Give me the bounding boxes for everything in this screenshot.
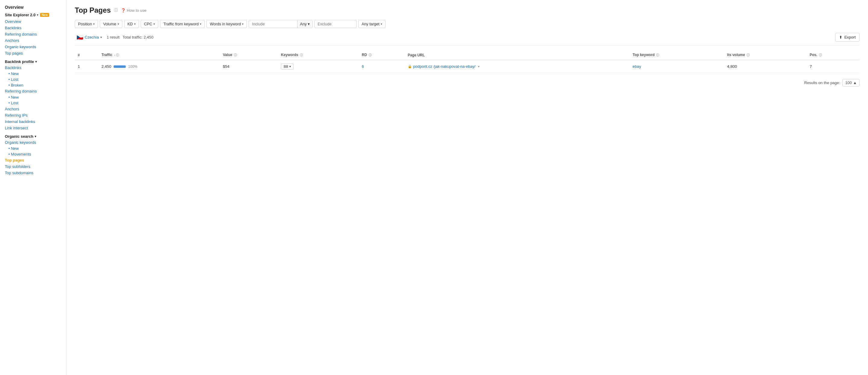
rd-link[interactable]: 6 (362, 64, 364, 69)
country-arrow: ▾ (100, 36, 102, 39)
sidebar-item-bp-new[interactable]: New (5, 71, 66, 76)
organic-search-group: Organic search ▾ Organic keywords New Mo… (5, 133, 66, 176)
col-pos[interactable]: Pos. ⓘ (807, 50, 860, 60)
keywords-value: 88 (284, 64, 288, 69)
sidebar-item-internal-backlinks[interactable]: Internal backlinks (5, 119, 66, 125)
filter-bar: Position ▾ Volume ▾ KD ▾ CPC ▾ Traffic f… (75, 20, 860, 28)
sidebar-item-rd-new[interactable]: New (5, 94, 66, 100)
results-on-page-label: Results on the page: (804, 81, 840, 85)
main-content: Top Pages ⓘ ❓ How to use Position ▾ Volu… (66, 0, 868, 375)
url-dropdown-arrow[interactable]: ▾ (478, 65, 479, 68)
cell-num: 1 (75, 60, 98, 73)
results-bar: 🇨🇿 Czechia ▾ 1 result Total traffic: 2,4… (75, 33, 860, 45)
country-selector[interactable]: 🇨🇿 Czechia ▾ (75, 33, 104, 41)
col-keywords[interactable]: Keywords ⓘ (278, 50, 359, 60)
traffic-pct: 100% (128, 64, 137, 69)
words-in-keyword-filter[interactable]: Words in keyword ▾ (207, 20, 247, 28)
sidebar-item-link-intersect[interactable]: Link intersect (5, 125, 66, 131)
sidebar-item-os-new[interactable]: New (5, 146, 66, 151)
position-filter[interactable]: Position ▾ (75, 20, 98, 28)
sidebar-item-organic-keywords[interactable]: Organic keywords (5, 44, 66, 50)
export-icon: ⬆ (839, 35, 842, 39)
sidebar-item-referring-domains-sub[interactable]: Referring domains (5, 88, 66, 94)
traffic-keyword-arrow: ▾ (200, 22, 201, 26)
page-header: Top Pages ⓘ ❓ How to use (75, 6, 860, 14)
sidebar-item-backlinks[interactable]: Backlinks (5, 25, 66, 31)
organic-search-arrow: ▾ (35, 135, 36, 138)
sidebar-item-referring-ips[interactable]: Referring IPs (5, 112, 66, 119)
traffic-bar (114, 65, 126, 68)
results-left: 🇨🇿 Czechia ▾ 1 result Total traffic: 2,4… (75, 33, 153, 41)
exclude-input[interactable] (314, 20, 356, 28)
sidebar-item-referring-domains[interactable]: Referring domains (5, 31, 66, 37)
title-info-icon[interactable]: ⓘ (114, 7, 118, 13)
cell-traffic: 2,450 100% (98, 60, 220, 73)
sidebar-item-top-pages[interactable]: Top pages (5, 50, 66, 56)
per-page-value: 100 (845, 81, 852, 85)
sidebar-item-anchors-sub[interactable]: Anchors (5, 106, 66, 112)
sidebar-item-top-pages-active[interactable]: Top pages (5, 157, 66, 163)
cell-pos: 7 (807, 60, 860, 73)
cell-value: $54 (220, 60, 278, 73)
export-button[interactable]: ⬆ Export (835, 33, 860, 41)
table-body: 1 2,450 100% $54 88 ▾ 6 🔒 podporit.cz/ja… (75, 60, 860, 73)
per-page-arrow: ▲ (853, 81, 857, 85)
cell-rd: 6 (359, 60, 404, 73)
col-its-volume[interactable]: Its volume ⓘ (724, 50, 807, 60)
col-top-keyword[interactable]: Top keyword ⓘ (629, 50, 724, 60)
table-header: # Traffic ↓ⓘ Value ⓘ Keywords ⓘ RD ⓘ Pag… (75, 50, 860, 60)
sidebar-item-bp-lost[interactable]: Lost (5, 76, 66, 82)
url-path: /jak-nakupovat-na-ebay/ (433, 64, 475, 69)
question-icon: ❓ (121, 8, 126, 13)
site-explorer-section[interactable]: Site Explorer 2.0 ▾ New (5, 13, 66, 17)
sidebar-item-organic-keywords-sub[interactable]: Organic keywords (5, 139, 66, 146)
site-explorer-badge: New (40, 13, 50, 17)
words-keyword-arrow: ▾ (242, 22, 244, 26)
sidebar-item-anchors[interactable]: Anchors (5, 37, 66, 44)
site-explorer-arrow: ▾ (37, 13, 38, 17)
sidebar-item-overview[interactable]: Overview (5, 19, 66, 25)
how-to-use-link[interactable]: ❓ How to use (121, 8, 147, 13)
volume-filter[interactable]: Volume ▾ (100, 20, 122, 28)
table-row: 1 2,450 100% $54 88 ▾ 6 🔒 podporit.cz/ja… (75, 60, 860, 73)
cell-top-keyword: ebay (629, 60, 724, 73)
include-input[interactable] (249, 20, 297, 28)
sidebar-overview-label: Overview (5, 5, 66, 10)
sidebar-item-backlinks-sub[interactable]: Backlinks (5, 64, 66, 71)
sidebar-item-rd-lost[interactable]: Lost (5, 100, 66, 106)
col-page-url: Page URL (405, 50, 629, 60)
traffic-from-keyword-filter[interactable]: Traffic from keyword ▾ (160, 20, 205, 28)
keywords-badge[interactable]: 88 ▾ (281, 63, 293, 70)
backlink-profile-label[interactable]: Backlink profile ▾ (5, 58, 66, 64)
sidebar-item-top-subfolders[interactable]: Top subfolders (5, 163, 66, 170)
organic-search-label[interactable]: Organic search ▾ (5, 133, 66, 139)
include-any-dropdown[interactable]: Any ▾ (297, 20, 312, 28)
country-flag: 🇨🇿 (76, 34, 83, 41)
sidebar-item-bp-broken[interactable]: Broken (5, 82, 66, 88)
country-name: Czechia (85, 35, 99, 39)
kd-filter[interactable]: KD ▾ (124, 20, 139, 28)
col-traffic[interactable]: Traffic ↓ⓘ (98, 50, 220, 60)
page-title: Top Pages (75, 6, 111, 14)
col-rd[interactable]: RD ⓘ (359, 50, 404, 60)
col-value[interactable]: Value ⓘ (220, 50, 278, 60)
keywords-arrow: ▾ (289, 65, 291, 68)
kd-arrow: ▾ (134, 22, 135, 26)
volume-arrow: ▾ (118, 22, 119, 26)
sidebar-item-os-movements[interactable]: Movements (5, 151, 66, 157)
any-target-filter[interactable]: Any target ▾ (358, 20, 385, 28)
page-url-link[interactable]: 🔒 podporit.cz/jak-nakupovat-na-ebay/ ▾ (408, 64, 627, 69)
results-count: 1 result (107, 35, 120, 39)
sidebar-item-top-subdomains[interactable]: Top subdomains (5, 170, 66, 176)
any-target-arrow: ▾ (381, 22, 382, 26)
include-filter-group: Any ▾ (249, 20, 312, 28)
traffic-value: 2,450 (101, 64, 112, 69)
total-traffic: Total traffic: 2,450 (123, 35, 153, 39)
per-page-select[interactable]: 100 ▲ (842, 79, 860, 87)
table-header-row: # Traffic ↓ⓘ Value ⓘ Keywords ⓘ RD ⓘ Pag… (75, 50, 860, 60)
cpc-filter[interactable]: CPC ▾ (141, 20, 158, 28)
top-keyword-link[interactable]: ebay (632, 64, 641, 69)
position-arrow: ▾ (93, 22, 95, 26)
cell-page-url: 🔒 podporit.cz/jak-nakupovat-na-ebay/ ▾ (405, 60, 629, 73)
data-table: # Traffic ↓ⓘ Value ⓘ Keywords ⓘ RD ⓘ Pag… (75, 50, 860, 73)
